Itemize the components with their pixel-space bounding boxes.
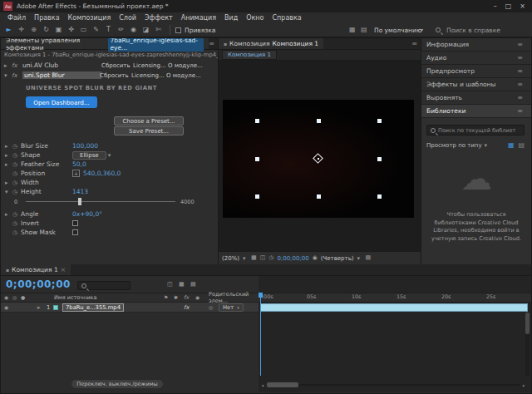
layer-visibility-icon[interactable]: ◉ (4, 305, 8, 310)
zoom-out-icon[interactable]: ▴ (262, 382, 264, 387)
spot-handle[interactable] (377, 195, 382, 199)
menu-animation[interactable]: Анимация (177, 14, 220, 22)
menu-layer[interactable]: Слой (115, 14, 140, 22)
roto-brush-tool-icon[interactable]: ✄ (152, 27, 165, 33)
rotate-tool-icon[interactable]: ↻ (40, 27, 52, 33)
stopwatch-icon[interactable]: ◷ (12, 161, 21, 168)
hand-tool-icon[interactable]: ✛ (15, 27, 27, 33)
panel-menu-icon[interactable]: ≡ (517, 94, 526, 101)
panel-header-effects-presets[interactable]: Эффекты и шаблоны ≡ (421, 78, 531, 91)
grid-view-icon[interactable]: ▦ (508, 141, 515, 149)
camera-tool-icon[interactable]: ▣ (52, 27, 65, 33)
vertical-scrollbar[interactable] (525, 313, 530, 376)
comp-subtab[interactable]: Композиция 1 (222, 50, 277, 60)
effect-name[interactable]: uni.Spot Blur (22, 71, 101, 79)
shape-tool-icon[interactable]: ▭ (77, 27, 90, 33)
minimize-button[interactable]: – (494, 2, 497, 10)
panel-header-preview[interactable]: Предпросмотр ≡ (421, 65, 531, 78)
menu-help[interactable]: Справка (268, 14, 305, 22)
comp-mini-flowchart-icon[interactable]: ◫ (167, 282, 173, 288)
grid-options-icon[interactable]: ▦ (251, 255, 257, 261)
zoom-tool-icon[interactable]: ⊕ (27, 27, 40, 33)
timeline-timecode[interactable]: 0;00;00;00 (6, 278, 71, 290)
stopwatch-icon[interactable]: ◷ (12, 180, 21, 186)
dropdown-icon[interactable]: ▾ (243, 255, 248, 262)
close-button[interactable]: × (520, 2, 525, 10)
twirl-icon[interactable]: ▾ (5, 189, 12, 195)
effect-about-link[interactable]: О модуле... (168, 62, 203, 69)
zoom-slider-thumb[interactable] (267, 382, 298, 387)
twirl-icon[interactable]: ▸ (4, 62, 12, 69)
close-tab-icon[interactable]: × (61, 266, 66, 273)
timeline-tab[interactable]: ▪ Композиция 1 × (1, 264, 71, 275)
timeline-search-box[interactable] (77, 281, 131, 290)
menu-window[interactable]: Окно (242, 14, 268, 22)
zoom-in-icon[interactable]: ▴ (522, 382, 525, 387)
libraries-search-box[interactable] (426, 125, 525, 135)
current-time-indicator[interactable] (260, 293, 261, 376)
type-tool-icon[interactable]: T (102, 27, 115, 33)
comp-viewport[interactable] (219, 61, 421, 251)
magnification-dropdown[interactable]: (20%) (222, 255, 239, 262)
help-search-field[interactable]: Поиск в справке (446, 27, 500, 34)
workspace-dropdown-icon[interactable]: ▾ (421, 27, 423, 32)
panel-menu-icon[interactable]: ≡ (517, 54, 526, 62)
panel-header-audio[interactable]: Аудио ≡ (421, 52, 531, 65)
stopwatch-icon[interactable]: ◷ (12, 170, 21, 177)
fx-badge-icon[interactable]: fx (12, 62, 22, 69)
timeline-zoom-slider[interactable] (267, 381, 520, 389)
dropdown-icon[interactable]: ▾ (485, 142, 490, 149)
brush-tool-icon[interactable]: ✏ (115, 27, 127, 33)
menu-effect[interactable]: Эффект (140, 14, 177, 22)
twirl-icon[interactable]: ▸ (5, 143, 12, 150)
spot-handle[interactable] (255, 195, 259, 199)
snap-checkbox[interactable] (175, 27, 181, 33)
shape-dropdown[interactable]: Ellipse (72, 151, 106, 160)
panel-menu-icon[interactable]: ≡ (411, 40, 421, 47)
effect-licensing-link[interactable]: Licensing... (133, 62, 168, 69)
fast-preview-icon[interactable]: ▤ (366, 255, 372, 261)
snapshot-icon[interactable]: ◉ (313, 255, 318, 261)
menu-composition[interactable]: Композиция (64, 14, 116, 22)
spot-handle[interactable] (317, 119, 321, 123)
clone-stamp-tool-icon[interactable]: ◉ (127, 27, 140, 33)
panel-header-info[interactable]: Информация ≡ (421, 38, 531, 52)
composition-tab[interactable]: ▪ Композиция Композиция 1 (219, 38, 323, 49)
param-value[interactable]: 100,000 (72, 142, 98, 150)
panel-menu-icon[interactable]: ≡ (517, 81, 526, 88)
menu-file[interactable]: Файл (3, 14, 30, 22)
layer-twirl-icon[interactable]: ▸ (37, 304, 45, 311)
stopwatch-icon[interactable]: ◷ (12, 229, 21, 236)
timeline-search-input[interactable] (89, 283, 126, 289)
twirl-icon[interactable]: ▸ (5, 180, 12, 186)
workspace-grid-icon[interactable]: ▦ (349, 27, 356, 33)
layer-name[interactable]: 7baRu_e...355.mp4 (62, 303, 124, 312)
parent-dropdown[interactable]: Нет ▾ (219, 303, 244, 312)
current-time-indicator-head[interactable] (259, 293, 263, 298)
layer-duration-bar[interactable] (260, 303, 528, 312)
stopwatch-icon[interactable]: ◷ (12, 152, 21, 159)
layer-fx-switch[interactable]: fx (184, 304, 189, 311)
spot-handle[interactable] (377, 157, 382, 161)
scrollbar-thumb[interactable] (525, 313, 530, 334)
panel-menu-icon[interactable]: ≡ (517, 107, 526, 115)
effect-about-link[interactable]: О модуле... (166, 72, 201, 79)
fx-badge-icon[interactable]: fx (12, 72, 22, 79)
workspace-selector[interactable]: По умолчанию (374, 27, 421, 34)
position-crosshair-icon[interactable]: + (72, 170, 80, 177)
twirl-icon[interactable]: ▸ (5, 161, 12, 168)
panel-header-libraries[interactable]: Библиотеки ≡ (421, 105, 531, 118)
comp-frame[interactable] (223, 100, 414, 218)
stopwatch-icon[interactable]: ◷ (12, 220, 21, 227)
param-value[interactable]: 0x+90,0° (72, 210, 102, 218)
twirl-icon[interactable]: ▸ (5, 152, 12, 159)
time-ruler[interactable]: :00s 05s 10s 15s 20s 25s (259, 293, 531, 303)
effect-name[interactable]: uni.AV Club (22, 62, 101, 69)
height-slider[interactable] (26, 198, 175, 205)
maximize-button[interactable]: □ (505, 2, 512, 10)
spot-handle[interactable] (377, 119, 382, 123)
effect-controls-tab[interactable]: Элементы управления эффектами 7baRu_enri… (1, 38, 209, 49)
panel-menu-icon[interactable]: ≡ (517, 67, 526, 75)
spot-handle[interactable] (255, 157, 259, 161)
region-of-interest-icon[interactable]: ◫ (260, 255, 266, 261)
